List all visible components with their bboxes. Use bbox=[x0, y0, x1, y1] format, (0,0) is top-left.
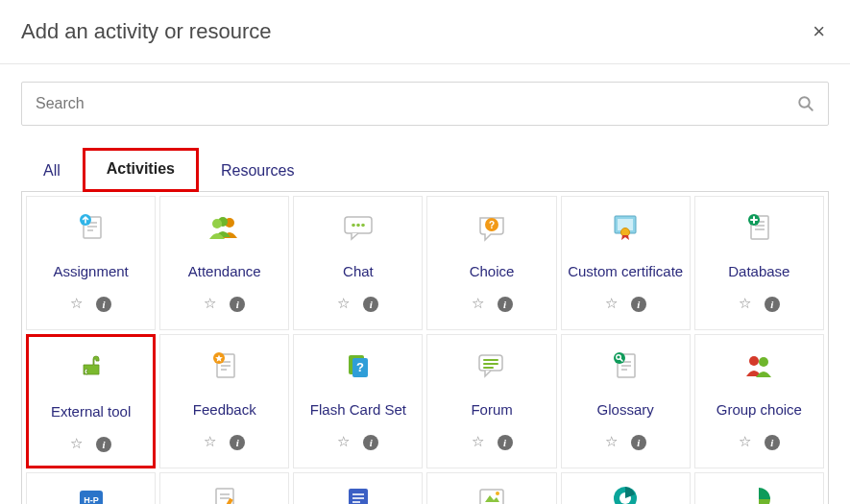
close-button[interactable]: × bbox=[809, 21, 829, 42]
info-icon[interactable]: i bbox=[230, 295, 245, 312]
svg-point-45 bbox=[749, 356, 759, 366]
star-icon[interactable]: ☆ bbox=[70, 435, 83, 452]
tab-activities[interactable]: Activities bbox=[83, 148, 199, 192]
scorm-icon bbox=[476, 481, 507, 504]
svg-text:?: ? bbox=[489, 220, 495, 230]
card-label: Group choice bbox=[716, 393, 802, 427]
info-icon[interactable]: i bbox=[765, 433, 780, 450]
card-actions: ☆ i bbox=[472, 433, 513, 450]
info-icon[interactable]: i bbox=[765, 295, 780, 312]
database-icon bbox=[743, 210, 774, 245]
chat-icon bbox=[342, 210, 375, 245]
info-icon[interactable]: i bbox=[498, 433, 513, 450]
choice-icon: ? bbox=[475, 210, 508, 245]
card-attendance[interactable]: Attendance ☆ i bbox=[159, 196, 289, 330]
card-group-choice[interactable]: Group choice ☆ i bbox=[694, 334, 824, 468]
workshop-icon bbox=[744, 481, 773, 504]
star-icon[interactable]: ☆ bbox=[472, 433, 484, 450]
star-icon[interactable]: ☆ bbox=[70, 295, 83, 312]
certificate-icon bbox=[609, 210, 642, 245]
card-label: Feedback bbox=[193, 393, 256, 427]
card-actions: ☆ i bbox=[204, 295, 245, 312]
lesson-icon bbox=[209, 481, 240, 504]
card-assignment[interactable]: Assignment ☆ i bbox=[26, 196, 156, 330]
modal-title: Add an activity or resource bbox=[21, 19, 271, 44]
card-label: Choice bbox=[470, 254, 515, 289]
svg-line-1 bbox=[809, 107, 813, 110]
card-feedback[interactable]: Feedback ☆ i bbox=[159, 334, 289, 468]
search-input[interactable] bbox=[22, 95, 784, 112]
star-icon[interactable]: ☆ bbox=[739, 295, 751, 312]
svg-point-46 bbox=[759, 357, 768, 367]
card-actions: ☆ i bbox=[204, 433, 245, 450]
forum-icon bbox=[475, 348, 508, 383]
card-actions: ☆ i bbox=[739, 433, 780, 450]
card-flash-card-set[interactable]: ? Flash Card Set ☆ i bbox=[293, 334, 423, 468]
tab-all[interactable]: All bbox=[21, 152, 83, 192]
h5p-icon: H-P bbox=[75, 481, 108, 504]
star-icon[interactable]: ☆ bbox=[472, 295, 484, 312]
tab-label: Resources bbox=[221, 162, 294, 179]
card-chat[interactable]: Chat ☆ i bbox=[293, 196, 423, 330]
star-icon[interactable]: ☆ bbox=[605, 295, 618, 312]
tabs: All Activities Resources bbox=[21, 147, 829, 191]
card-label: Custom certificate bbox=[568, 254, 683, 289]
info-icon[interactable]: i bbox=[96, 295, 111, 312]
svg-point-9 bbox=[212, 219, 222, 228]
modal-body: All Activities Resources Assignment ☆ bbox=[0, 64, 850, 504]
activity-grid: Assignment ☆ i Attendance ☆ i bbox=[26, 196, 824, 504]
card-label: Assignment bbox=[53, 254, 128, 289]
card-h5p[interactable]: H-P bbox=[26, 472, 156, 504]
card-glossary[interactable]: Glossary ☆ i bbox=[561, 334, 691, 468]
group-choice-icon bbox=[742, 348, 775, 383]
survey-icon bbox=[611, 481, 640, 504]
card-choice[interactable]: ? Choice ☆ i bbox=[426, 196, 556, 330]
modal-header: Add an activity or resource × bbox=[0, 0, 850, 64]
card-label: Attendance bbox=[188, 254, 261, 289]
svg-point-60 bbox=[496, 492, 499, 495]
search-icon[interactable] bbox=[784, 95, 828, 112]
star-icon[interactable]: ☆ bbox=[739, 433, 751, 450]
tab-resources[interactable]: Resources bbox=[199, 152, 316, 192]
card-workshop[interactable] bbox=[694, 472, 824, 504]
card-quiz[interactable] bbox=[293, 472, 423, 504]
info-icon[interactable]: i bbox=[363, 295, 378, 312]
card-external-tool[interactable]: External tool ☆ i bbox=[26, 334, 156, 468]
card-forum[interactable]: Forum ☆ i bbox=[426, 334, 556, 468]
card-actions: ☆ i bbox=[472, 295, 513, 312]
card-actions: ☆ i bbox=[337, 433, 378, 450]
info-icon[interactable]: i bbox=[96, 435, 111, 452]
card-custom-certificate[interactable]: Custom certificate ☆ i bbox=[561, 196, 691, 330]
card-actions: ☆ i bbox=[605, 295, 646, 312]
card-actions: ☆ i bbox=[70, 435, 111, 452]
card-scorm[interactable] bbox=[426, 472, 556, 504]
external-tool-icon bbox=[76, 350, 107, 385]
svg-text:?: ? bbox=[356, 360, 364, 374]
card-database[interactable]: Database ☆ i bbox=[694, 196, 824, 330]
card-label: Database bbox=[728, 254, 789, 289]
info-icon[interactable]: i bbox=[631, 295, 646, 312]
glossary-icon bbox=[610, 348, 641, 383]
close-icon: × bbox=[813, 19, 825, 43]
search-field-wrap bbox=[21, 82, 829, 126]
info-icon[interactable]: i bbox=[230, 433, 245, 450]
tab-label: Activities bbox=[107, 160, 175, 177]
tab-label: All bbox=[43, 162, 61, 179]
feedback-icon bbox=[209, 348, 240, 383]
card-lesson[interactable] bbox=[159, 472, 289, 504]
star-icon[interactable]: ☆ bbox=[337, 295, 350, 312]
card-survey[interactable] bbox=[561, 472, 691, 504]
card-actions: ☆ i bbox=[70, 295, 111, 312]
star-icon[interactable]: ☆ bbox=[337, 433, 350, 450]
svg-point-12 bbox=[356, 224, 360, 228]
svg-point-11 bbox=[352, 224, 355, 228]
star-icon[interactable]: ☆ bbox=[204, 295, 216, 312]
card-label: Forum bbox=[471, 393, 512, 427]
attendance-icon bbox=[208, 210, 241, 245]
info-icon[interactable]: i bbox=[498, 295, 513, 312]
star-icon[interactable]: ☆ bbox=[204, 433, 216, 450]
info-icon[interactable]: i bbox=[631, 433, 646, 450]
star-icon[interactable]: ☆ bbox=[605, 433, 618, 450]
card-actions: ☆ i bbox=[605, 433, 646, 450]
info-icon[interactable]: i bbox=[363, 433, 378, 450]
